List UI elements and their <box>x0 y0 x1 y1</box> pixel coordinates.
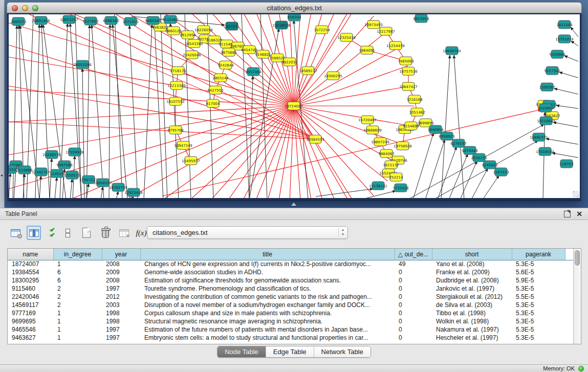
black-edge[interactable] <box>556 105 578 108</box>
black-edge[interactable] <box>433 141 538 198</box>
column-header-out_de[interactable]: △ out_de... <box>395 249 432 260</box>
table-row[interactable]: 1456911722003Disruption of a novel membe… <box>8 301 573 309</box>
table-cell[interactable]: 0 <box>395 268 432 276</box>
column-header-title[interactable]: title <box>140 249 395 260</box>
table-cell[interactable]: Nakamura et al. (1997) <box>432 325 512 334</box>
network-view-canvas[interactable]: 7463822886012889129541822605898275081654… <box>9 14 580 198</box>
table-cell[interactable]: 1998 <box>102 309 140 317</box>
table-cell[interactable]: Stergiakouli et al. (2012) <box>432 293 512 301</box>
black-edge[interactable] <box>109 25 110 198</box>
black-edge[interactable] <box>39 176 41 198</box>
panel-collapse-arrow-icon[interactable]: ◂ <box>1 173 3 178</box>
black-edge[interactable] <box>129 26 138 198</box>
table-cell[interactable]: 9465546 <box>8 325 53 334</box>
tab-edge-table[interactable]: Edge Table <box>266 346 314 357</box>
table-cell[interactable]: 1997 <box>102 285 140 293</box>
black-edge[interactable] <box>361 191 396 198</box>
black-edge[interactable] <box>554 89 578 94</box>
table-cell[interactable]: Hescheler et al. (1997) <box>432 334 512 342</box>
black-edge[interactable] <box>70 179 72 198</box>
black-edge[interactable] <box>483 176 499 198</box>
table-cell[interactable]: 0 <box>395 334 432 342</box>
delete-table-button[interactable] <box>98 226 113 240</box>
table-cell[interactable]: 19384554 <box>8 268 53 276</box>
black-edge[interactable] <box>454 55 464 198</box>
table-cell[interactable]: Tibbo et al. (1998) <box>432 309 512 317</box>
show-column-button[interactable] <box>27 226 41 240</box>
table-cell[interactable]: 1 <box>53 317 102 325</box>
table-cell[interactable]: 18300295 <box>8 276 53 285</box>
red-edge[interactable] <box>9 122 315 139</box>
black-edge[interactable] <box>571 27 578 37</box>
black-edge[interactable] <box>55 178 57 198</box>
table-cell[interactable]: 2 <box>53 301 102 309</box>
black-edge[interactable] <box>9 173 10 198</box>
black-edge[interactable] <box>564 56 578 61</box>
table-cell[interactable]: 2 <box>53 293 102 301</box>
table-row[interactable]: 946362711997Embryonic stem cells: a mode… <box>8 334 573 342</box>
tab-network-table[interactable]: Network Table <box>314 346 371 357</box>
table-row[interactable]: 977716911998Corpus callosum shape and si… <box>8 309 573 317</box>
black-edge[interactable] <box>116 191 118 198</box>
black-edge[interactable] <box>260 14 267 198</box>
black-edge[interactable] <box>170 24 179 198</box>
table-cell[interactable]: 2008 <box>102 260 140 268</box>
table-cell[interactable]: 0 <box>395 301 432 309</box>
table-cell[interactable]: Changes of HCN gene expression and I(f) … <box>140 260 395 268</box>
table-cell[interactable]: Disruption of a novel member of a sodium… <box>140 301 395 309</box>
table-cell[interactable]: 1 <box>53 334 102 342</box>
table-cell[interactable]: 5.3E-5 <box>512 334 565 342</box>
table-cell[interactable]: 5.3E-5 <box>512 309 565 317</box>
tab-node-table[interactable]: Node Table <box>217 346 266 357</box>
table-cell[interactable]: 6 <box>53 268 102 276</box>
table-cell[interactable]: Yano et al. (2008) <box>432 260 512 268</box>
black-edge[interactable] <box>471 168 488 198</box>
node-table[interactable]: namein_degreeyeartitle△ out_de...shortpa… <box>8 249 573 342</box>
table-cell[interactable]: 1 <box>53 260 102 268</box>
table-cell[interactable]: Dudbridge et al. (2008) <box>432 276 512 285</box>
black-edge[interactable] <box>559 72 578 78</box>
table-cell[interactable]: Tourette syndrome. Phenomenology and cla… <box>140 285 395 293</box>
network-window-titlebar[interactable]: citations_edges.txt <box>7 2 582 13</box>
table-cell[interactable]: 2008 <box>102 276 140 285</box>
black-edge[interactable] <box>50 159 52 198</box>
table-row[interactable]: 1872400712008Changes of HCN gene express… <box>8 260 573 268</box>
black-edge[interactable] <box>249 76 253 198</box>
black-edge[interactable] <box>441 55 450 198</box>
table-cell[interactable]: 6 <box>53 276 102 285</box>
select-rows-button[interactable]: ✔✔ <box>45 226 59 240</box>
table-cell[interactable]: 9463627 <box>8 334 53 342</box>
column-header-short[interactable]: short <box>432 249 512 260</box>
table-row[interactable]: 946554611997Estimation of the future num… <box>8 325 573 334</box>
red-edge[interactable] <box>294 106 358 198</box>
red-edge[interactable] <box>294 16 374 106</box>
table-cell[interactable]: Genome-wide association studies in ADHD. <box>140 268 395 276</box>
scrollbar-thumb[interactable] <box>575 250 580 266</box>
table-cell[interactable]: 5.6E-5 <box>512 268 565 276</box>
column-header-pagerank[interactable]: pagerank <box>512 249 565 260</box>
close-panel-icon[interactable]: ✕ <box>576 210 582 218</box>
table-cell[interactable]: de Silva et al. (2003) <box>432 301 512 309</box>
table-cell[interactable]: 0 <box>395 293 432 301</box>
column-header-in_degree[interactable]: in_degree <box>53 249 102 260</box>
row-height-button[interactable] <box>60 226 75 240</box>
table-cell[interactable]: 18724007 <box>8 260 53 268</box>
float-panel-icon[interactable] <box>564 211 571 217</box>
black-edge[interactable] <box>75 14 81 198</box>
red-edge[interactable] <box>277 106 294 198</box>
black-edge[interactable] <box>101 187 103 198</box>
table-cell[interactable]: Embryonic stem cells: a model to study s… <box>140 334 395 342</box>
column-header-name[interactable]: name <box>8 249 53 260</box>
table-cell[interactable]: 1 <box>53 309 102 317</box>
black-edge[interactable] <box>113 25 127 198</box>
citation-network-graph[interactable]: 7463822886012889129541822605898275081654… <box>9 14 580 198</box>
table-cell[interactable]: 2003 <box>102 301 140 309</box>
table-cell[interactable]: 14569117 <box>8 301 53 309</box>
table-cell[interactable]: 1997 <box>102 325 140 334</box>
red-edge[interactable] <box>109 106 294 198</box>
table-cell[interactable]: Estimation of significance thresholds fo… <box>140 276 395 285</box>
black-edge[interactable] <box>413 133 433 198</box>
function-builder-button[interactable]: f(x) <box>134 226 148 240</box>
table-cell[interactable]: 2 <box>53 285 102 293</box>
table-cell[interactable]: 9115460 <box>8 285 53 293</box>
